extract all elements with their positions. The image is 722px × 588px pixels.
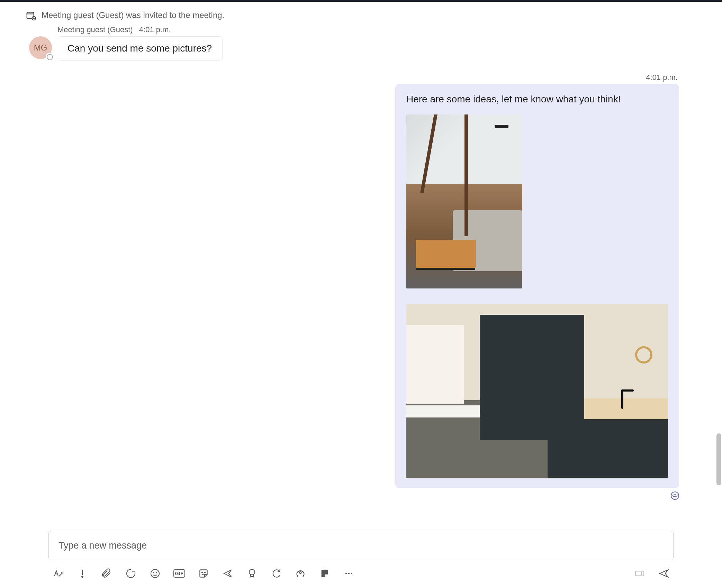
svg-point-8 [151,569,159,578]
gif-label: GIF [173,569,186,578]
system-event-text: Meeting guest (Guest) was invited to the… [42,10,224,20]
more-options-button[interactable] [343,567,355,580]
svg-point-11 [202,572,202,573]
format-button[interactable] [52,567,64,580]
svg-point-13 [249,569,255,575]
svg-point-12 [205,572,205,573]
incoming-message-text: Can you send me some pictures? [67,43,212,54]
outgoing-timestamp: 4:01 p.m. [644,71,679,84]
outgoing-message-bubble[interactable]: Here are some ideas, let me know what yo… [395,84,679,488]
interior-livingroom-image[interactable] [406,114,522,288]
video-clip-button[interactable] [633,567,646,580]
interior-kitchen-image[interactable] [406,304,668,478]
svg-point-5 [674,495,676,496]
incoming-message-bubble[interactable]: Can you send me some pictures? [57,36,223,61]
actions-button[interactable] [222,567,234,580]
updates-button[interactable] [270,567,282,580]
incoming-message-meta: Meeting guest (Guest) 4:01 p.m. [8,23,714,36]
svg-point-7 [82,576,83,577]
calendar-add-icon [26,10,36,20]
svg-rect-15 [322,570,325,577]
svg-rect-16 [325,570,328,574]
incoming-message-row[interactable]: MG Can you send me some pictures? [8,36,714,61]
stream-button[interactable] [294,567,307,580]
avatar-initials: MG [34,43,47,53]
svg-point-19 [351,573,352,574]
incoming-sender-name: Meeting guest (Guest) [57,25,133,34]
avatar[interactable]: MG [29,36,52,59]
svg-point-10 [156,572,157,573]
outgoing-message-text: Here are some ideas, let me know what yo… [406,94,668,105]
incoming-timestamp: 4:01 p.m. [139,25,171,34]
send-button[interactable] [658,567,670,580]
attach-button[interactable] [100,567,113,580]
viva-button[interactable] [318,567,331,580]
approvals-button[interactable] [246,567,258,580]
svg-point-9 [153,572,154,573]
svg-point-17 [345,573,347,574]
delivery-options-button[interactable] [76,567,89,580]
chat-scroll-area: Meeting guest (Guest) was invited to the… [0,2,722,529]
scrollbar-thumb[interactable] [716,433,721,485]
sticker-button[interactable] [197,567,210,580]
presence-offline-icon [46,53,53,60]
message-input[interactable] [48,531,674,560]
svg-point-14 [299,572,301,573]
outgoing-message-group: 4:01 p.m. Here are some ideas, let me kn… [8,71,714,500]
gif-button[interactable]: GIF [173,567,186,580]
svg-point-18 [348,573,350,574]
loop-button[interactable] [125,567,137,580]
composer-toolbar: GIF [48,560,674,582]
message-composer: GIF [0,531,722,588]
read-receipt-seen-icon [671,491,679,500]
svg-rect-20 [635,571,641,576]
emoji-button[interactable] [149,567,161,580]
system-event-row: Meeting guest (Guest) was invited to the… [8,7,714,23]
